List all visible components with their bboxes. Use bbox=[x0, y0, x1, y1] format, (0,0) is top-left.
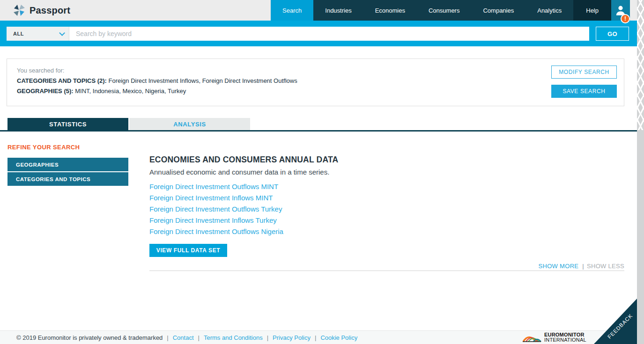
summary-label: GEOGRAPHIES (5): bbox=[17, 88, 74, 95]
search-row: ALL GO bbox=[7, 27, 629, 41]
content-tabs: STATISTICS ANALYSIS bbox=[7, 118, 250, 130]
footer-link-contact[interactable]: Contact bbox=[173, 334, 194, 341]
result-link[interactable]: Foreign Direct Investment Outflows Turke… bbox=[149, 205, 283, 216]
summary-value: MINT, Indonesia, Mexico, Nigeria, Turkey bbox=[74, 88, 186, 95]
results-heading: ECONOMIES AND CONSUMERS ANNUAL DATA bbox=[149, 155, 338, 165]
show-divider: | bbox=[582, 263, 584, 270]
results-subtitle: Annualised economic and consumer data in… bbox=[149, 168, 329, 176]
show-more-link[interactable]: SHOW MORE bbox=[539, 263, 579, 270]
nav-item-industries[interactable]: Industries bbox=[313, 0, 363, 21]
result-link[interactable]: Foreign Direct Investment Outflows MINT bbox=[149, 182, 283, 193]
feedback-ribbon[interactable]: FEEDBACK bbox=[594, 299, 637, 344]
main-nav: Search Industries Economies Consumers Co… bbox=[271, 0, 630, 21]
copyright-text: © 2019 Euromonitor is privately owned & … bbox=[16, 334, 163, 341]
scope-selected-value: ALL bbox=[13, 31, 24, 37]
top-bar: Passport Search Industries Economies Con… bbox=[0, 0, 637, 21]
search-summary-text: You searched for: CATEGORIES AND TOPICS … bbox=[17, 66, 297, 96]
footer-link-terms[interactable]: Terms and Conditions bbox=[204, 334, 263, 341]
results-divider-line bbox=[149, 271, 624, 271]
modify-search-button[interactable]: MODIFY SEARCH bbox=[551, 66, 617, 79]
footer-divider: | bbox=[198, 334, 200, 341]
footer-link-privacy[interactable]: Privacy Policy bbox=[273, 334, 311, 341]
search-band: ALL GO bbox=[0, 21, 637, 46]
nav-item-companies[interactable]: Companies bbox=[471, 0, 526, 21]
passport-logo[interactable]: Passport bbox=[13, 0, 70, 21]
footer-link-cookie[interactable]: Cookie Policy bbox=[320, 334, 357, 341]
result-link[interactable]: Foreign Direct Investment Outflows Niger… bbox=[149, 227, 283, 238]
go-button[interactable]: GO bbox=[596, 27, 629, 41]
view-full-data-set-button[interactable]: VIEW FULL DATA SET bbox=[149, 244, 227, 257]
nav-item-consumers[interactable]: Consumers bbox=[417, 0, 471, 21]
summary-value: Foreign Direct Investment Inflows, Forei… bbox=[107, 77, 297, 84]
sidebar-item-geographies[interactable]: GEOGRAPHIES bbox=[7, 158, 128, 171]
tab-underline bbox=[0, 130, 637, 132]
nav-item-search[interactable]: Search bbox=[271, 0, 313, 21]
show-less-link[interactable]: SHOW LESS bbox=[587, 263, 624, 270]
nav-item-economies[interactable]: Economies bbox=[363, 0, 417, 21]
sidebar-item-categories-and-topics[interactable]: CATEGORIES AND TOPICS bbox=[7, 172, 128, 186]
refine-sidebar: GEOGRAPHIES CATEGORIES AND TOPICS bbox=[7, 158, 128, 186]
page-edge-band bbox=[637, 0, 644, 344]
lattice-pattern bbox=[637, 0, 644, 130]
brand-name: Passport bbox=[30, 5, 70, 16]
notification-badge[interactable]: ! bbox=[621, 14, 630, 23]
search-input[interactable] bbox=[69, 27, 589, 41]
chevron-down-icon bbox=[59, 30, 65, 36]
user-account-button[interactable]: ! bbox=[611, 0, 630, 21]
footer-divider: | bbox=[267, 334, 268, 341]
summary-row-geographies: GEOGRAPHIES (5): MINT, Indonesia, Mexico… bbox=[17, 86, 297, 96]
summary-label: CATEGORIES AND TOPICS (2): bbox=[17, 77, 107, 84]
footer: © 2019 Euromonitor is privately owned & … bbox=[0, 330, 637, 344]
euromonitor-logo: EUROMONITOR INTERNATIONAL bbox=[522, 332, 586, 343]
footer-text: © 2019 Euromonitor is privately owned & … bbox=[16, 331, 357, 344]
summary-row-categories: CATEGORIES AND TOPICS (2): Foreign Direc… bbox=[17, 76, 297, 86]
tab-analysis[interactable]: ANALYSIS bbox=[129, 118, 250, 130]
euromonitor-arcs-icon bbox=[522, 332, 542, 343]
footer-divider: | bbox=[315, 334, 316, 341]
summary-actions: MODIFY SEARCH SAVE SEARCH bbox=[551, 66, 617, 98]
search-summary-panel: You searched for: CATEGORIES AND TOPICS … bbox=[7, 59, 624, 106]
show-more-less-row: SHOW MORE|SHOW LESS bbox=[149, 263, 624, 270]
result-links: Foreign Direct Investment Outflows MINT … bbox=[149, 182, 283, 238]
tab-statistics[interactable]: STATISTICS bbox=[7, 118, 128, 130]
summary-intro: You searched for: bbox=[17, 66, 297, 76]
nav-item-help[interactable]: Help bbox=[573, 0, 611, 21]
result-link[interactable]: Foreign Direct Investment Inflows Turkey bbox=[149, 216, 283, 227]
feedback-label: FEEDBACK bbox=[607, 313, 634, 340]
euromonitor-logo-line2: INTERNATIONAL bbox=[544, 337, 586, 343]
nav-item-analytics[interactable]: Analytics bbox=[526, 0, 573, 21]
passport-pinwheel-icon bbox=[13, 4, 25, 16]
search-scope-dropdown[interactable]: ALL bbox=[7, 27, 69, 41]
result-link[interactable]: Foreign Direct Investment Inflows MINT bbox=[149, 193, 283, 205]
save-search-button[interactable]: SAVE SEARCH bbox=[551, 85, 617, 98]
footer-divider: | bbox=[167, 334, 168, 341]
euromonitor-logo-text: EUROMONITOR INTERNATIONAL bbox=[544, 332, 586, 343]
refine-your-search-title: REFINE YOUR SEARCH bbox=[7, 144, 80, 151]
